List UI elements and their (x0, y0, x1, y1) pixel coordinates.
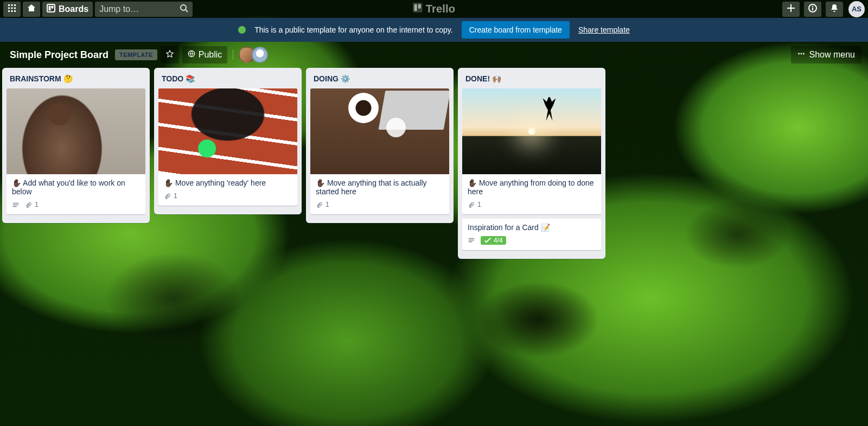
board-title[interactable]: Simple Project Board (7, 49, 112, 61)
board-header: Simple Project Board TEMPLATE Public Sho… (0, 42, 868, 68)
svg-rect-5 (14, 7, 16, 9)
list[interactable]: DOING ⚙️✋🏿 Move anything that is actuall… (306, 68, 454, 223)
brand-name: Trello (426, 3, 456, 15)
show-menu-button[interactable]: Show menu (791, 46, 862, 63)
boards-label: Boards (59, 4, 88, 14)
card-cover (310, 88, 449, 174)
svg-rect-3 (8, 7, 10, 9)
list-title[interactable]: DOING ⚙️ (310, 72, 449, 88)
card-title: Inspiration for a Card 📝 (462, 219, 601, 236)
visibility-label: Public (199, 50, 222, 60)
card[interactable]: ✋🏿 Move anything from doing to done here… (462, 88, 601, 214)
svg-rect-1 (11, 4, 13, 6)
trello-icon (413, 3, 423, 15)
svg-rect-9 (47, 4, 55, 12)
svg-rect-4 (11, 7, 13, 9)
svg-rect-7 (11, 10, 13, 12)
info-button[interactable] (804, 2, 821, 17)
brand-logo[interactable]: Trello (413, 3, 456, 15)
card-badges: 1 (462, 200, 601, 214)
create-button[interactable] (782, 2, 800, 17)
checklist-count: 4/4 (494, 237, 503, 244)
card-badges: 4/4 (462, 236, 601, 250)
share-template-link[interactable]: Share template (578, 26, 630, 34)
home-button[interactable] (23, 2, 40, 17)
svg-rect-10 (49, 5, 51, 10)
star-board-button[interactable] (161, 46, 179, 63)
star-icon (166, 50, 174, 60)
svg-rect-16 (418, 4, 421, 9)
description-icon (12, 200, 20, 209)
top-nav: Boards Jump to… Trello AS (0, 0, 868, 18)
list-title[interactable]: TODO 📚 (158, 72, 297, 88)
member-avatar[interactable] (252, 47, 268, 63)
attachment-count: 1 (35, 200, 39, 208)
jump-to-search[interactable]: Jump to… (95, 2, 193, 17)
jump-placeholder: Jump to… (99, 4, 139, 14)
card-badges: 1 (158, 192, 297, 206)
show-menu-label: Show menu (809, 50, 856, 60)
bell-icon (830, 4, 839, 15)
description-icon (468, 236, 475, 245)
svg-point-23 (802, 53, 804, 55)
card[interactable]: Inspiration for a Card 📝4/4 (462, 219, 601, 250)
list[interactable]: DONE! 🙌🏽✋🏿 Move anything from doing to d… (458, 68, 605, 259)
boards-button[interactable]: Boards (42, 2, 93, 17)
user-avatar[interactable]: AS (848, 1, 865, 17)
card[interactable]: ✋🏿 Move anything 'ready' here 1 (158, 88, 297, 206)
card[interactable]: ✋🏿 Move anything that is actually starte… (310, 88, 449, 214)
board-canvas[interactable]: BRAINSTORM 🤔✋🏿 Add what you'd like to wo… (0, 68, 868, 426)
search-icon (180, 4, 188, 15)
public-indicator-icon (238, 26, 246, 34)
template-banner: This is a public template for anyone on … (0, 18, 868, 42)
svg-rect-14 (413, 3, 423, 12)
svg-rect-8 (14, 10, 16, 12)
ellipsis-icon (797, 50, 805, 60)
board-members[interactable] (239, 47, 268, 63)
attachment-badge: 1 (164, 192, 177, 200)
svg-rect-18 (812, 8, 813, 10)
svg-rect-11 (52, 5, 54, 8)
attachment-badge: 1 (316, 200, 329, 209)
template-badge: TEMPLATE (115, 49, 157, 60)
attachment-count: 1 (174, 192, 177, 200)
list[interactable]: TODO 📚✋🏿 Move anything 'ready' here 1 (154, 68, 302, 214)
globe-icon (188, 50, 195, 60)
list-title[interactable]: DONE! 🙌🏽 (462, 72, 601, 88)
svg-rect-19 (812, 6, 813, 7)
avatar-initials: AS (852, 5, 861, 13)
attachment-count: 1 (326, 200, 329, 208)
home-icon (27, 4, 36, 15)
card-badges: 1 (310, 200, 449, 214)
card-badges: 1 (7, 200, 145, 214)
svg-rect-6 (8, 10, 10, 12)
list-title[interactable]: BRAINSTORM 🤔 (7, 72, 145, 88)
notifications-button[interactable] (826, 2, 843, 17)
visibility-button[interactable]: Public (182, 46, 228, 63)
attachment-badge: 1 (468, 200, 481, 209)
card-title: ✋🏿 Move anything from doing to done here (462, 174, 601, 200)
svg-rect-15 (414, 4, 417, 11)
card-title: ✋🏿 Move anything that is actually starte… (310, 174, 449, 200)
svg-point-22 (800, 53, 802, 55)
create-board-button[interactable]: Create board from template (462, 21, 570, 39)
banner-message: This is a public template for anyone on … (254, 26, 453, 34)
plus-icon (787, 4, 795, 15)
card-cover (7, 88, 145, 174)
svg-rect-2 (14, 4, 16, 6)
card-title: ✋🏿 Move anything 'ready' here (158, 174, 297, 192)
checklist-badge: 4/4 (481, 236, 506, 245)
svg-rect-0 (8, 4, 10, 6)
card-cover (462, 88, 601, 174)
info-icon (808, 4, 817, 15)
svg-line-13 (186, 10, 188, 12)
card-title: ✋🏿 Add what you'd like to work on below (7, 174, 145, 200)
apps-button[interactable] (3, 2, 21, 17)
svg-point-21 (798, 53, 800, 55)
list[interactable]: BRAINSTORM 🤔✋🏿 Add what you'd like to wo… (2, 68, 150, 223)
card-cover (158, 88, 297, 174)
apps-icon (8, 4, 16, 15)
card[interactable]: ✋🏿 Add what you'd like to work on below … (7, 88, 145, 214)
attachment-count: 1 (477, 200, 481, 208)
attachment-badge: 1 (25, 200, 39, 209)
